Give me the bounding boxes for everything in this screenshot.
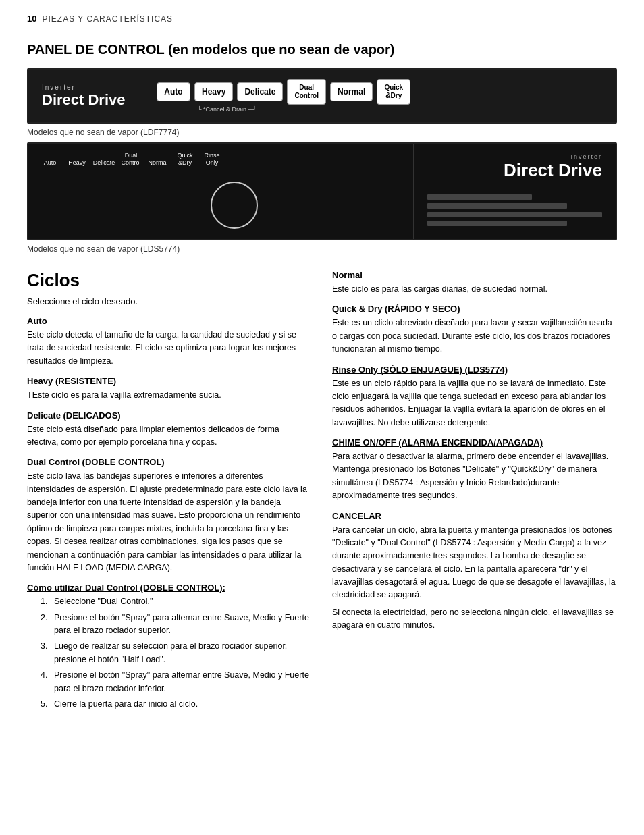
- page-section: PIEZAS Y CARACTERÍSTICAS: [42, 14, 173, 24]
- list-item: 1. Seleccione "Dual Control.": [41, 595, 312, 608]
- ciclos-title: Ciclos: [27, 270, 312, 291]
- quick-dry-text: Este es un cliclo abreviado diseñado par…: [332, 317, 617, 356]
- inverter-label-top: Inverter: [42, 84, 136, 91]
- p2-btn-heavy[interactable]: Heavy: [65, 159, 89, 167]
- panel2-right: Inverter Direct Drive: [413, 144, 616, 239]
- panel2-brand: Inverter Direct Drive: [427, 153, 602, 181]
- btn-auto[interactable]: Auto: [157, 82, 190, 101]
- dial-area: [38, 182, 404, 229]
- dual-text: Este ciclo lava las bandejas superiores …: [27, 470, 312, 574]
- btn-quick-dry[interactable]: Quick&Dry: [377, 79, 410, 105]
- cancel-drain-label: └ *Cancel & Drain ─┘: [197, 106, 257, 113]
- p2-btn-quick[interactable]: Quick&Dry: [173, 152, 197, 167]
- direct-drive-label-top: Direct Drive: [42, 91, 136, 109]
- model-label-1: Modelos que no sean de vapor (LDF7774): [27, 128, 617, 137]
- top-divider: [27, 28, 617, 28]
- btn-delicate[interactable]: Delicate: [237, 82, 283, 101]
- list-item: 3. Luego de realizar su selección para e…: [41, 640, 312, 666]
- display-line-2: [427, 203, 567, 209]
- ciclos-intro: Seleccione el ciclo deseado.: [27, 296, 312, 306]
- quick-dry-title: Quick & Dry (RÁPIDO Y SECO): [332, 304, 617, 314]
- normal-text: Este ciclo es para las cargas diarias, d…: [332, 283, 617, 296]
- list-item: 5. Cierre la puerta para dar inicio al c…: [41, 698, 312, 711]
- list-item: 2. Presione el botón "Spray" para altern…: [41, 612, 312, 638]
- p2-btn-auto[interactable]: Auto: [38, 159, 62, 167]
- p2-btn-normal[interactable]: Normal: [146, 159, 170, 167]
- right-column: Normal Este ciclo es para las cargas dia…: [332, 270, 617, 713]
- model-label-2: Modelos que no sean de vapor (LDS5774): [27, 244, 617, 254]
- p2-btn-rinse[interactable]: RinseOnly: [200, 152, 224, 167]
- display-line-3: [427, 212, 602, 217]
- heavy-text: TEste ciclo es para la vajilla extremada…: [27, 389, 312, 402]
- rinse-only-text: Este es un ciclo rápido para la vajilla …: [332, 377, 617, 430]
- main-content: Ciclos Seleccione el ciclo deseado. Auto…: [27, 270, 617, 713]
- chime-text: Para activar o desactivar la alarma, pri…: [332, 450, 617, 503]
- cancelar-text: Para cancelar un ciclo, abra la puerta y…: [332, 524, 617, 602]
- delicate-title: Delicate (DELICADOS): [27, 410, 312, 421]
- top-control-panel: Inverter Direct Drive Auto Heavy Delicat…: [27, 68, 617, 124]
- como-usar-list: 1. Seleccione "Dual Control." 2. Presion…: [27, 595, 312, 711]
- rinse-only-title: Rinse Only (SÓLO ENJUAGUE) (LDS5774): [332, 365, 617, 375]
- delicate-text: Este ciclo está diseñado para limpiar el…: [27, 423, 312, 450]
- p2-btn-dual[interactable]: DualControl: [119, 152, 143, 167]
- buttons-row-top: Auto Heavy Delicate DualControl Normal Q…: [157, 79, 410, 105]
- auto-text: Este ciclo detecta el tamaño de la carga…: [27, 329, 312, 368]
- panel2-buttons-row: Auto Heavy Delicate DualControl Normal Q…: [38, 152, 404, 167]
- chime-title: CHIME ON/OFF (ALARMA ENCENDIDA/APAGADA): [332, 437, 617, 448]
- cancelar-title: CANCELAR: [332, 511, 617, 521]
- como-usar-title: Cómo utilizar Dual Control (DOBLE CONTRO…: [27, 583, 312, 593]
- inverter-label-bottom: Inverter: [427, 153, 602, 160]
- btn-heavy[interactable]: Heavy: [194, 82, 233, 101]
- panel2-left: Auto Heavy Delicate DualControl Normal Q…: [28, 144, 413, 239]
- dial[interactable]: [211, 182, 258, 229]
- dual-title: Dual Control (DOBLE CONTROL): [27, 457, 312, 467]
- display-line-1: [427, 194, 532, 200]
- left-column: Ciclos Seleccione el ciclo deseado. Auto…: [27, 270, 312, 713]
- normal-title: Normal: [332, 270, 617, 280]
- heavy-title: Heavy (RESISTENTE): [27, 376, 312, 386]
- list-item: 4. Presione el botón "Spray" para altern…: [41, 669, 312, 695]
- buttons-area-top: Auto Heavy Delicate DualControl Normal Q…: [157, 79, 410, 113]
- display-line-4: [427, 221, 567, 226]
- direct-drive-label-bottom: Direct Drive: [427, 160, 602, 181]
- page-header: 10 PIEZAS Y CARACTERÍSTICAS: [27, 14, 617, 24]
- panel-title: PANEL DE CONTROL (en modelos que no sean…: [27, 42, 617, 57]
- auto-title: Auto: [27, 316, 312, 326]
- brand-area-top: Inverter Direct Drive: [42, 84, 136, 109]
- cancelar-text-2: Si conecta la electricidad, pero no sele…: [332, 606, 617, 632]
- p2-btn-delicate[interactable]: Delicate: [92, 159, 116, 167]
- btn-normal[interactable]: Normal: [330, 82, 373, 101]
- btn-dual-control[interactable]: DualControl: [287, 79, 326, 105]
- display-area: [427, 194, 602, 230]
- bottom-control-panel: Auto Heavy Delicate DualControl Normal Q…: [27, 142, 617, 240]
- page-number: 10: [27, 14, 36, 24]
